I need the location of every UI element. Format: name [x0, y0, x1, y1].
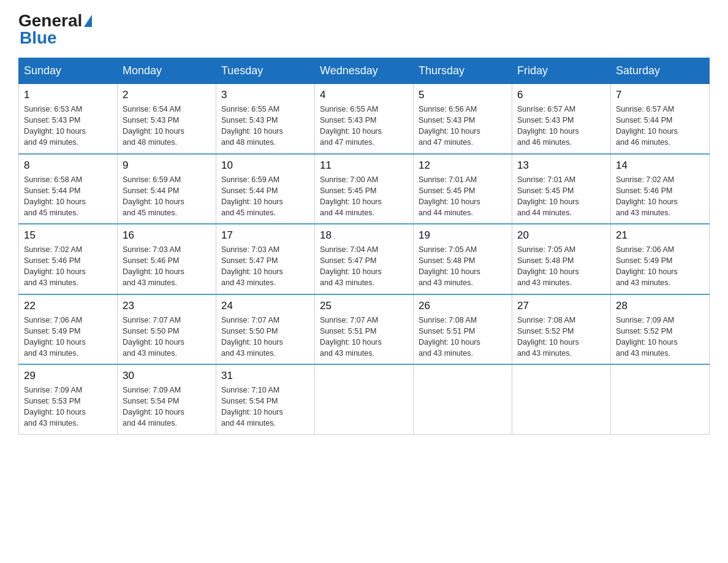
- day-number: 24: [221, 300, 309, 312]
- calendar-week-row: 15Sunrise: 7:02 AMSunset: 5:46 PMDayligh…: [19, 224, 710, 294]
- day-number: 4: [320, 89, 408, 101]
- day-info: Sunrise: 7:03 AMSunset: 5:47 PMDaylight:…: [221, 244, 309, 289]
- day-number: 12: [419, 159, 507, 172]
- day-number: 28: [616, 300, 704, 312]
- day-info: Sunrise: 7:01 AMSunset: 5:45 PMDaylight:…: [419, 174, 507, 219]
- day-info: Sunrise: 6:56 AMSunset: 5:43 PMDaylight:…: [419, 104, 507, 148]
- column-header-tuesday: Tuesday: [216, 58, 315, 84]
- calendar-week-row: 1Sunrise: 6:53 AMSunset: 5:43 PMDaylight…: [19, 84, 710, 154]
- day-info: Sunrise: 7:09 AMSunset: 5:52 PMDaylight:…: [616, 315, 704, 359]
- calendar-cell: 19Sunrise: 7:05 AMSunset: 5:48 PMDayligh…: [414, 224, 512, 294]
- calendar-cell: 21Sunrise: 7:06 AMSunset: 5:49 PMDayligh…: [611, 224, 710, 294]
- day-number: 22: [24, 300, 112, 312]
- day-info: Sunrise: 6:57 AMSunset: 5:43 PMDaylight:…: [517, 104, 605, 148]
- day-info: Sunrise: 7:04 AMSunset: 5:47 PMDaylight:…: [320, 244, 408, 289]
- day-number: 20: [517, 229, 605, 242]
- day-number: 9: [123, 159, 211, 172]
- calendar-cell: 6Sunrise: 6:57 AMSunset: 5:43 PMDaylight…: [512, 84, 611, 154]
- calendar-cell: 11Sunrise: 7:00 AMSunset: 5:45 PMDayligh…: [315, 154, 414, 224]
- day-info: Sunrise: 6:55 AMSunset: 5:43 PMDaylight:…: [320, 104, 408, 148]
- column-header-monday: Monday: [118, 58, 216, 84]
- day-number: 15: [24, 229, 112, 242]
- calendar-cell: 12Sunrise: 7:01 AMSunset: 5:45 PMDayligh…: [414, 154, 512, 224]
- day-info: Sunrise: 6:54 AMSunset: 5:43 PMDaylight:…: [123, 104, 211, 148]
- day-number: 1: [24, 89, 112, 101]
- day-info: Sunrise: 7:02 AMSunset: 5:46 PMDaylight:…: [24, 244, 112, 289]
- day-info: Sunrise: 6:55 AMSunset: 5:43 PMDaylight:…: [221, 104, 309, 148]
- calendar-cell: 7Sunrise: 6:57 AMSunset: 5:44 PMDaylight…: [611, 84, 710, 154]
- calendar-cell: [611, 364, 710, 434]
- column-header-friday: Friday: [512, 58, 611, 84]
- day-info: Sunrise: 6:58 AMSunset: 5:44 PMDaylight:…: [24, 174, 112, 219]
- day-info: Sunrise: 7:02 AMSunset: 5:46 PMDaylight:…: [616, 174, 704, 219]
- calendar-cell: 27Sunrise: 7:08 AMSunset: 5:52 PMDayligh…: [512, 294, 611, 365]
- day-info: Sunrise: 7:07 AMSunset: 5:51 PMDaylight:…: [320, 315, 408, 359]
- calendar-cell: 1Sunrise: 6:53 AMSunset: 5:43 PMDaylight…: [19, 84, 118, 154]
- calendar-cell: 13Sunrise: 7:01 AMSunset: 5:45 PMDayligh…: [512, 154, 611, 224]
- day-number: 8: [24, 159, 112, 172]
- calendar-cell: 15Sunrise: 7:02 AMSunset: 5:46 PMDayligh…: [19, 224, 118, 294]
- calendar-cell: 22Sunrise: 7:06 AMSunset: 5:49 PMDayligh…: [19, 294, 118, 365]
- calendar-cell: 2Sunrise: 6:54 AMSunset: 5:43 PMDaylight…: [118, 84, 216, 154]
- page-header: General Blue: [18, 12, 710, 47]
- calendar-cell: [315, 364, 414, 434]
- calendar-cell: 25Sunrise: 7:07 AMSunset: 5:51 PMDayligh…: [315, 294, 414, 365]
- day-number: 27: [517, 300, 605, 312]
- day-number: 17: [221, 229, 309, 242]
- day-info: Sunrise: 7:09 AMSunset: 5:53 PMDaylight:…: [24, 385, 112, 429]
- calendar-week-row: 8Sunrise: 6:58 AMSunset: 5:44 PMDaylight…: [19, 154, 710, 224]
- day-info: Sunrise: 7:00 AMSunset: 5:45 PMDaylight:…: [320, 174, 408, 219]
- day-number: 21: [616, 229, 704, 242]
- day-number: 2: [123, 89, 211, 101]
- day-info: Sunrise: 7:08 AMSunset: 5:51 PMDaylight:…: [419, 315, 507, 359]
- calendar-cell: 5Sunrise: 6:56 AMSunset: 5:43 PMDaylight…: [414, 84, 512, 154]
- day-info: Sunrise: 6:59 AMSunset: 5:44 PMDaylight:…: [123, 174, 211, 219]
- calendar-cell: 17Sunrise: 7:03 AMSunset: 5:47 PMDayligh…: [216, 224, 315, 294]
- day-number: 10: [221, 159, 309, 172]
- calendar-cell: 24Sunrise: 7:07 AMSunset: 5:50 PMDayligh…: [216, 294, 315, 365]
- calendar-week-row: 29Sunrise: 7:09 AMSunset: 5:53 PMDayligh…: [19, 364, 710, 434]
- calendar-cell: 3Sunrise: 6:55 AMSunset: 5:43 PMDaylight…: [216, 84, 315, 154]
- logo: General Blue: [18, 12, 92, 47]
- calendar-cell: 26Sunrise: 7:08 AMSunset: 5:51 PMDayligh…: [414, 294, 512, 365]
- day-info: Sunrise: 7:01 AMSunset: 5:45 PMDaylight:…: [517, 174, 605, 219]
- day-number: 14: [616, 159, 704, 172]
- day-number: 3: [221, 89, 309, 101]
- calendar-cell: 4Sunrise: 6:55 AMSunset: 5:43 PMDaylight…: [315, 84, 414, 154]
- logo-triangle-icon: [84, 15, 92, 27]
- calendar-cell: 28Sunrise: 7:09 AMSunset: 5:52 PMDayligh…: [611, 294, 710, 365]
- day-number: 26: [419, 300, 507, 312]
- calendar-cell: 14Sunrise: 7:02 AMSunset: 5:46 PMDayligh…: [611, 154, 710, 224]
- calendar-cell: 18Sunrise: 7:04 AMSunset: 5:47 PMDayligh…: [315, 224, 414, 294]
- calendar-cell: 29Sunrise: 7:09 AMSunset: 5:53 PMDayligh…: [19, 364, 118, 434]
- calendar-table: SundayMondayTuesdayWednesdayThursdayFrid…: [18, 58, 710, 435]
- day-info: Sunrise: 6:59 AMSunset: 5:44 PMDaylight:…: [221, 174, 309, 219]
- day-info: Sunrise: 7:08 AMSunset: 5:52 PMDaylight:…: [517, 315, 605, 359]
- day-info: Sunrise: 7:10 AMSunset: 5:54 PMDaylight:…: [221, 385, 309, 429]
- day-info: Sunrise: 7:06 AMSunset: 5:49 PMDaylight:…: [24, 315, 112, 359]
- calendar-cell: [512, 364, 611, 434]
- calendar-cell: 16Sunrise: 7:03 AMSunset: 5:46 PMDayligh…: [118, 224, 216, 294]
- calendar-cell: 20Sunrise: 7:05 AMSunset: 5:48 PMDayligh…: [512, 224, 611, 294]
- calendar-cell: 8Sunrise: 6:58 AMSunset: 5:44 PMDaylight…: [19, 154, 118, 224]
- day-info: Sunrise: 7:09 AMSunset: 5:54 PMDaylight:…: [123, 385, 211, 429]
- calendar-cell: 9Sunrise: 6:59 AMSunset: 5:44 PMDaylight…: [118, 154, 216, 224]
- day-number: 23: [123, 300, 211, 312]
- calendar-cell: [414, 364, 512, 434]
- calendar-cell: 10Sunrise: 6:59 AMSunset: 5:44 PMDayligh…: [216, 154, 315, 224]
- day-info: Sunrise: 7:05 AMSunset: 5:48 PMDaylight:…: [419, 244, 507, 289]
- day-number: 18: [320, 229, 408, 242]
- day-number: 5: [419, 89, 507, 101]
- column-header-sunday: Sunday: [19, 58, 118, 84]
- day-info: Sunrise: 7:07 AMSunset: 5:50 PMDaylight:…: [123, 315, 211, 359]
- calendar-cell: 30Sunrise: 7:09 AMSunset: 5:54 PMDayligh…: [118, 364, 216, 434]
- day-info: Sunrise: 7:07 AMSunset: 5:50 PMDaylight:…: [221, 315, 309, 359]
- day-info: Sunrise: 7:03 AMSunset: 5:46 PMDaylight:…: [123, 244, 211, 289]
- day-number: 29: [24, 370, 112, 382]
- calendar-cell: 31Sunrise: 7:10 AMSunset: 5:54 PMDayligh…: [216, 364, 315, 434]
- day-number: 30: [123, 370, 211, 382]
- day-number: 13: [517, 159, 605, 172]
- logo-general-text: General: [18, 12, 82, 29]
- day-info: Sunrise: 6:57 AMSunset: 5:44 PMDaylight:…: [616, 104, 704, 148]
- column-header-wednesday: Wednesday: [315, 58, 414, 84]
